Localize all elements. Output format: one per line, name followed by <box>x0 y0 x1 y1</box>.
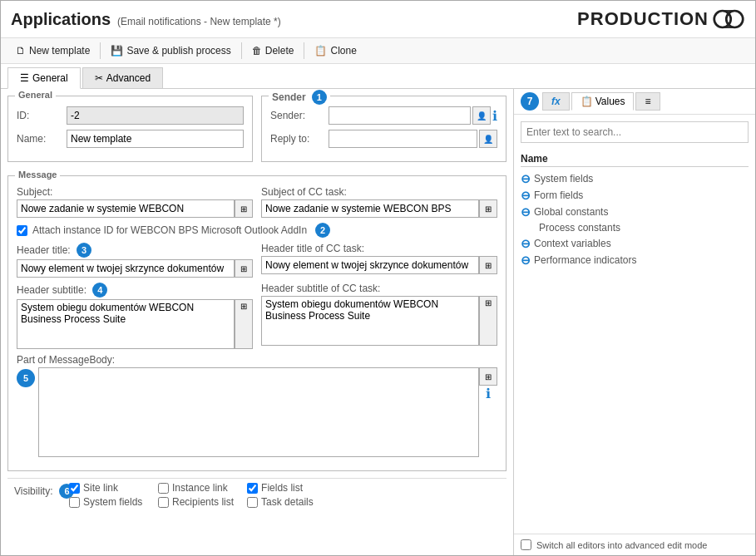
values-icon: 📋 <box>581 96 593 107</box>
msg-body-info-icon[interactable]: ℹ <box>479 386 497 401</box>
attach-checkbox[interactable] <box>17 225 27 236</box>
header-title-label: Header title: 3 <box>17 243 253 258</box>
vis-site-link-check[interactable] <box>69 483 80 494</box>
search-input[interactable] <box>521 121 749 143</box>
vis-recipients-list: Recipients list <box>158 496 234 508</box>
vis-site-link: Site link <box>69 482 145 494</box>
attach-badge: 2 <box>315 223 330 238</box>
clone-button[interactable]: 📋 Clone <box>306 42 364 60</box>
vis-recipients-list-check[interactable] <box>158 497 169 508</box>
header-title-badge: 3 <box>77 243 91 258</box>
right-panel: 7 fx 📋 Values ≡ Name <box>514 89 755 555</box>
header-subtitle-icon-btn[interactable]: ⊞ <box>235 299 253 349</box>
subject-col: Subject: ⊞ <box>17 186 253 218</box>
header-title-cc-icon-btn[interactable]: ⊞ <box>479 256 497 274</box>
save-icon: 💾 <box>111 45 123 57</box>
msg-body-wrap: 5 ⊞ ℹ <box>17 367 497 459</box>
name-input[interactable] <box>67 130 244 148</box>
attach-row: Attach instance ID for WEBCON BPS Micros… <box>17 223 497 238</box>
subject-cc-icon-btn[interactable]: ⊞ <box>479 199 497 218</box>
tree-area: Name ⊖ System fields ⊖ Form fields ⊖ Glo… <box>514 150 755 534</box>
header-title-input[interactable] <box>17 259 235 278</box>
general-tab-label: General <box>32 72 68 84</box>
subject-label: Subject: <box>17 186 253 198</box>
sender-fieldset: Sender 1 Sender: 👤 ℹ Reply to: <box>261 96 506 162</box>
vis-fields-list-check[interactable] <box>247 483 258 494</box>
sender-pick-button[interactable]: 👤 <box>472 106 491 125</box>
delete-label: Delete <box>265 45 294 57</box>
vis-system-fields-label: System fields <box>83 496 142 508</box>
new-template-button[interactable]: 🗋 New template <box>7 42 98 60</box>
subject-cc-label: Subject of CC task: <box>261 186 497 198</box>
delete-button[interactable]: 🗑 Delete <box>244 42 303 60</box>
sender-legend: Sender 1 <box>269 90 330 105</box>
header-subtitle-cc-col: Header subtitle of CC task: System obieg… <box>261 283 497 349</box>
tree-item-context-variables[interactable]: ⊖ Context variables <box>521 235 749 252</box>
header-subtitle-input[interactable]: System obiegu dokumentów WEBCON Business… <box>17 299 235 349</box>
sender-row: Sender: 👤 ℹ <box>270 106 497 125</box>
header-title-icon-btn[interactable]: ⊞ <box>235 259 253 278</box>
save-publish-button[interactable]: 💾 Save & publish process <box>102 42 239 60</box>
left-panel: General ID: Name: Sender 1 <box>1 89 514 555</box>
sender-input[interactable] <box>329 106 471 125</box>
tree-item-global-constants[interactable]: ⊖ Global constants <box>521 204 749 220</box>
tree-item-system-fields[interactable]: ⊖ System fields <box>521 170 749 187</box>
production-icon <box>712 7 745 31</box>
vis-task-details-check[interactable] <box>247 497 258 508</box>
main-tabs: ☰ General ✂ Advanced <box>1 64 755 89</box>
subject-cc-col: Subject of CC task: ⊞ <box>261 186 497 218</box>
tree-label-system-fields: System fields <box>534 173 593 185</box>
header-title-col: Header title: 3 ⊞ <box>17 243 253 278</box>
tree-expand-icon-5: ⊖ <box>521 237 531 250</box>
subject-cc-input-wrap: ⊞ <box>261 199 497 218</box>
reply-to-label: Reply to: <box>270 133 329 145</box>
advanced-edit-checkbox[interactable] <box>521 539 531 550</box>
header: Applications (Email notifications - New … <box>1 1 755 38</box>
id-label: ID: <box>17 110 67 121</box>
msg-body-textarea[interactable] <box>38 367 479 457</box>
message-fieldset: Message Subject: ⊞ Subject of CC task: <box>7 175 506 471</box>
right-tab-values[interactable]: 📋 Values <box>571 92 635 111</box>
tab-general[interactable]: ☰ General <box>7 67 81 89</box>
tree-item-form-fields[interactable]: ⊖ Form fields <box>521 187 749 204</box>
tab-advanced[interactable]: ✂ Advanced <box>82 67 163 88</box>
search-area <box>514 115 755 150</box>
header-title-input-wrap: ⊞ <box>17 259 253 278</box>
subject-input[interactable] <box>17 199 235 218</box>
general-legend: General <box>15 90 56 100</box>
header-title-cc-input[interactable] <box>261 256 479 274</box>
right-tab-grid[interactable]: ≡ <box>635 92 660 111</box>
tree-expand-icon-3: ⊖ <box>521 205 531 219</box>
header-subtitle-cc-icon-btn[interactable]: ⊞ <box>479 296 497 346</box>
general-tab-icon: ☰ <box>20 72 29 84</box>
production-badge: PRODUCTION <box>577 7 745 31</box>
header-subtitle: (Email notifications - New template *) <box>117 16 281 27</box>
header-subtitle-badge: 4 <box>92 283 107 298</box>
msg-body-side-icons: ⊞ ℹ <box>479 367 497 401</box>
msg-body-badge: 5 <box>17 369 35 387</box>
header-subtitle-cc-input[interactable]: System obiegu dokumentów WEBCON Business… <box>261 296 479 346</box>
subject-cc-input[interactable] <box>261 199 479 218</box>
vis-instance-link-check[interactable] <box>158 483 169 494</box>
msg-body-icon-btn[interactable]: ⊞ <box>479 367 497 386</box>
vis-system-fields-check[interactable] <box>69 497 80 508</box>
vis-task-details: Task details <box>247 496 323 508</box>
separator-1 <box>100 42 101 59</box>
new-template-label: New template <box>29 45 90 57</box>
clone-label: Clone <box>330 45 356 57</box>
tree-item-process-constants[interactable]: Process constants <box>521 220 749 235</box>
vis-system-fields: System fields <box>69 496 145 508</box>
save-publish-label: Save & publish process <box>126 45 230 57</box>
id-input[interactable] <box>67 106 244 125</box>
tree-label-global-constants: Global constants <box>534 206 608 218</box>
general-fieldset: General ID: Name: <box>7 96 253 162</box>
reply-to-pick-button[interactable]: 👤 <box>479 130 497 148</box>
reply-to-input[interactable] <box>329 130 477 148</box>
sender-info-icon[interactable]: ℹ <box>492 108 497 124</box>
tree-label-form-fields: Form fields <box>534 189 583 201</box>
vis-task-details-label: Task details <box>261 496 314 508</box>
subject-icon-btn[interactable]: ⊞ <box>235 199 253 218</box>
tree-item-performance-indicators[interactable]: ⊖ Performance indicators <box>521 252 749 268</box>
advanced-tab-label: Advanced <box>106 72 151 84</box>
right-tab-fx[interactable]: fx <box>542 92 570 111</box>
